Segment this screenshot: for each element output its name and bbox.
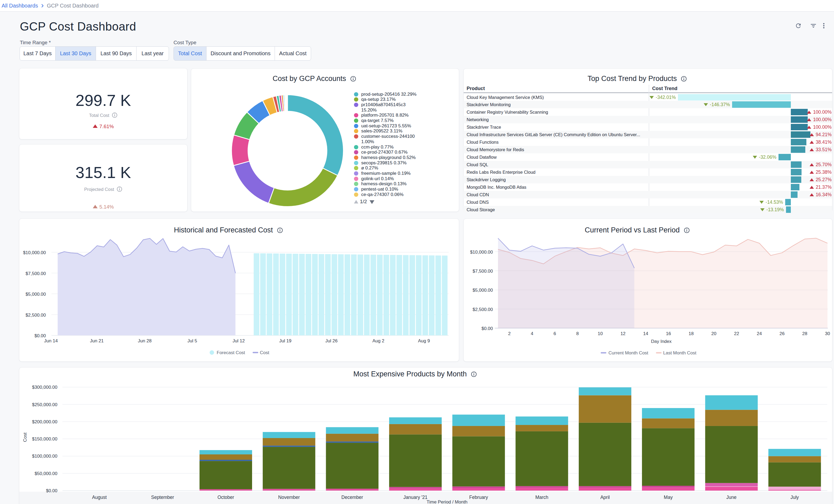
svg-text:Current Month Cost: Current Month Cost [609,350,649,355]
svg-text:$0.00: $0.00 [46,488,58,493]
svg-text:February: February [469,495,488,500]
svg-text:June: June [726,495,737,500]
svg-text:$10,000.00: $10,000.00 [23,250,46,255]
svg-text:$150,000.00: $150,000.00 [32,436,58,441]
svg-text:26: 26 [780,331,785,336]
svg-text:Time Period / Month: Time Period / Month [427,500,467,504]
svg-text:4: 4 [531,331,533,336]
svg-text:6: 6 [553,331,556,336]
svg-text:Jul 26: Jul 26 [325,338,337,344]
svg-text:Aug 2: Aug 2 [372,338,384,344]
svg-text:Day Index: Day Index [651,339,672,344]
svg-text:May: May [664,495,673,500]
svg-text:$300,000.00: $300,000.00 [32,385,58,390]
svg-text:30: 30 [825,331,830,336]
svg-text:January '21: January '21 [403,495,427,500]
svg-text:October: October [218,495,234,500]
svg-text:$50,000.00: $50,000.00 [35,471,58,476]
svg-text:$0.00: $0.00 [481,326,493,331]
svg-text:24: 24 [757,331,762,336]
svg-text:$100,000.00: $100,000.00 [32,454,58,459]
svg-text:18: 18 [689,331,694,336]
svg-text:$5,000.00: $5,000.00 [473,288,493,293]
svg-text:December: December [342,495,363,500]
svg-text:28: 28 [803,331,808,336]
svg-text:July: July [791,495,799,500]
svg-text:August: August [92,495,107,500]
svg-text:$200,000.00: $200,000.00 [32,419,58,424]
svg-text:Jun 14: Jun 14 [44,338,58,344]
svg-text:Jun 28: Jun 28 [138,338,152,344]
svg-text:16: 16 [666,331,671,336]
svg-text:Cost: Cost [260,350,269,355]
svg-text:Aug 9: Aug 9 [418,338,430,344]
svg-text:$0.00: $0.00 [34,333,46,338]
svg-text:Last Month Cost: Last Month Cost [663,350,697,355]
svg-text:Jun 21: Jun 21 [90,338,104,344]
svg-text:8: 8 [576,331,579,336]
svg-text:$2,500.00: $2,500.00 [25,312,46,318]
svg-text:Cost: Cost [23,433,28,442]
svg-text:2: 2 [508,331,511,336]
svg-text:Jul 19: Jul 19 [279,338,291,344]
svg-text:20: 20 [711,331,717,336]
svg-text:Jul 12: Jul 12 [233,338,245,344]
svg-text:Jul 5: Jul 5 [188,338,197,344]
svg-text:$2,500.00: $2,500.00 [473,307,493,312]
svg-text:$250,000.00: $250,000.00 [32,402,58,407]
svg-text:12: 12 [620,331,626,336]
svg-text:November: November [278,495,300,500]
svg-text:$7,500.00: $7,500.00 [25,271,46,276]
svg-text:April: April [600,495,610,500]
svg-text:March: March [535,495,548,500]
svg-text:Forecast Cost: Forecast Cost [217,350,245,355]
svg-text:$7,500.00: $7,500.00 [473,269,493,274]
svg-text:$5,000.00: $5,000.00 [25,292,46,297]
svg-text:22: 22 [734,331,739,336]
svg-text:10: 10 [598,331,603,336]
svg-text:$10,000.00: $10,000.00 [470,249,493,255]
svg-text:September: September [151,495,174,500]
svg-text:14: 14 [643,331,648,336]
